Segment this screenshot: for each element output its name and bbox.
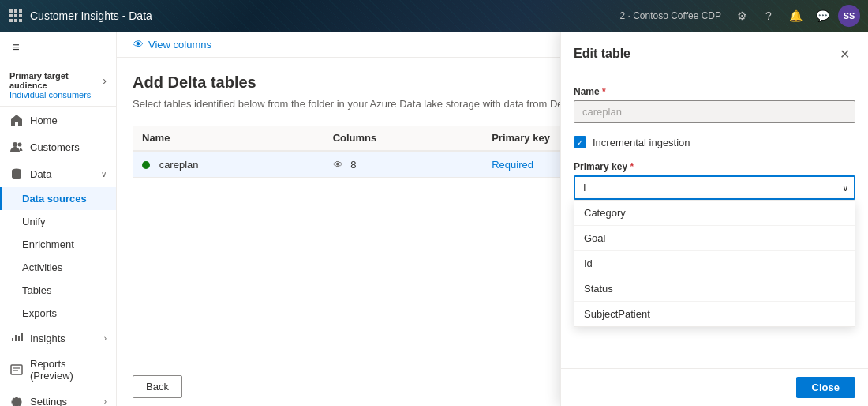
svg-rect-12	[11, 365, 22, 374]
sidebar-item-customers[interactable]: Customers	[0, 133, 116, 160]
data-chevron-icon: ∨	[101, 170, 107, 179]
svg-rect-5	[19, 14, 22, 17]
sidebar: ≡ Primary target audience › Individual c…	[0, 32, 117, 406]
sidebar-enrichment-label: Enrichment	[22, 239, 74, 250]
name-input[interactable]	[574, 100, 855, 123]
primary-key-required-link[interactable]: Required	[492, 159, 533, 171]
svg-rect-1	[14, 9, 17, 13]
svg-point-9	[13, 142, 17, 147]
sidebar-nav: Home Customers Data ∨ Data sources Unify	[0, 107, 116, 406]
panel-close-x-button[interactable]: ✕	[833, 43, 855, 65]
topbar-right: 2 · Contoso Coffee CDP ⚙ ? 🔔 💬 SS	[619, 5, 860, 27]
sidebar-item-unify[interactable]: Unify	[0, 210, 116, 233]
svg-rect-4	[14, 14, 17, 17]
col-header-name: Name	[133, 126, 324, 151]
row-name-cell: careplan	[133, 151, 324, 178]
settings-icon	[9, 394, 24, 406]
settings-icon-btn[interactable]: ⚙	[731, 5, 753, 27]
sidebar-tables-label: Tables	[22, 284, 52, 296]
svg-point-10	[18, 143, 22, 147]
dropdown-menu: Category Goal Id Status SubjectPatient	[574, 200, 855, 327]
dropdown-option-id[interactable]: Id	[574, 251, 855, 276]
dropdown-option-subject-patient[interactable]: SubjectPatient	[574, 302, 855, 326]
dropdown-option-status[interactable]: Status	[574, 276, 855, 302]
sidebar-reports-label: Reports (Preview)	[30, 358, 107, 382]
edit-panel: Edit table ✕ Name * Incremental ingestio…	[560, 32, 868, 406]
row-columns-cell: 👁 8	[324, 151, 483, 178]
sidebar-item-reports[interactable]: Reports (Preview)	[0, 351, 116, 388]
sidebar-activities-label: Activities	[22, 261, 62, 273]
incremental-ingestion-label: Incremental ingestion	[593, 137, 690, 148]
primary-target-sub[interactable]: Individual consumers	[9, 90, 107, 100]
status-indicator	[142, 161, 150, 169]
brand-name: 2 · Contoso Coffee CDP	[619, 10, 721, 21]
insights-chevron-icon: ›	[104, 334, 107, 343]
incremental-ingestion-row: Incremental ingestion	[574, 136, 855, 148]
primary-key-label: Primary key *	[574, 161, 855, 172]
svg-rect-6	[9, 19, 13, 22]
insights-icon	[9, 331, 24, 345]
topbar: Customer Insights - Data 2 · Contoso Cof…	[0, 0, 868, 32]
panel-header: Edit table ✕	[561, 32, 868, 73]
sidebar-data-sources-label: Data sources	[22, 193, 87, 205]
svg-rect-0	[9, 9, 13, 13]
panel-body: Name * Incremental ingestion Primary key…	[561, 73, 868, 368]
sidebar-item-activities[interactable]: Activities	[0, 256, 116, 279]
row-name: careplan	[159, 159, 199, 171]
row-eye-icon[interactable]: 👁	[333, 159, 343, 171]
help-icon-btn[interactable]: ?	[758, 5, 780, 27]
back-button[interactable]: Back	[133, 375, 182, 398]
primary-target-label: Primary target audience	[9, 71, 103, 90]
dropdown-option-category[interactable]: Category	[574, 201, 855, 226]
avatar[interactable]: SS	[838, 5, 860, 27]
reports-icon	[9, 363, 24, 377]
sidebar-item-enrichment[interactable]: Enrichment	[0, 233, 116, 256]
name-label: Name *	[574, 86, 855, 97]
customers-icon	[9, 140, 24, 154]
sidebar-home-label: Home	[30, 115, 107, 126]
svg-rect-8	[19, 19, 22, 22]
primary-target-section: Primary target audience › Individual con…	[0, 63, 116, 107]
sidebar-unify-label: Unify	[22, 216, 46, 227]
primary-target-chevron[interactable]: ›	[103, 74, 107, 87]
panel-footer: Close	[561, 368, 868, 406]
home-icon	[9, 113, 24, 127]
sidebar-item-exports[interactable]: Exports	[0, 302, 116, 325]
sidebar-exports-label: Exports	[22, 307, 57, 319]
svg-rect-3	[9, 14, 13, 17]
dropdown-option-goal[interactable]: Goal	[574, 226, 855, 251]
svg-rect-7	[14, 19, 17, 22]
hamburger-button[interactable]: ≡	[0, 32, 32, 63]
primary-key-field-group: Primary key * ∨ Category Goal Id Status …	[574, 161, 855, 200]
sidebar-item-home[interactable]: Home	[0, 107, 116, 133]
sidebar-item-settings[interactable]: Settings ›	[0, 388, 116, 406]
sidebar-item-insights[interactable]: Insights ›	[0, 325, 116, 351]
col-header-columns: Columns	[324, 126, 483, 151]
name-field-group: Name *	[574, 86, 855, 123]
panel-title: Edit table	[574, 47, 630, 61]
grid-icon[interactable]	[8, 8, 24, 24]
data-icon	[9, 167, 24, 181]
close-button[interactable]: Close	[796, 377, 855, 398]
settings-chevron-icon: ›	[104, 397, 107, 406]
primary-key-required-marker: *	[630, 161, 634, 172]
sidebar-item-data[interactable]: Data ∨	[0, 160, 116, 187]
row-columns-value: 8	[350, 159, 356, 171]
name-required-marker: *	[602, 86, 606, 97]
sidebar-insights-label: Insights	[30, 333, 104, 344]
main-layout: ≡ Primary target audience › Individual c…	[0, 32, 868, 406]
sidebar-settings-label: Settings	[30, 396, 104, 407]
notification-icon-btn[interactable]: 🔔	[784, 5, 806, 27]
primary-key-dropdown[interactable]: ∨ Category Goal Id Status SubjectPatient	[574, 175, 855, 200]
sidebar-item-tables[interactable]: Tables	[0, 279, 116, 302]
app-title: Customer Insights - Data	[30, 9, 619, 22]
svg-rect-2	[19, 9, 22, 13]
sidebar-item-data-sources[interactable]: Data sources	[0, 187, 116, 210]
sidebar-customers-label: Customers	[30, 141, 107, 153]
sidebar-data-label: Data	[30, 168, 101, 180]
view-columns-link[interactable]: View columns	[148, 39, 211, 51]
feedback-icon-btn[interactable]: 💬	[811, 5, 833, 27]
eye-icon: 👁	[133, 38, 144, 51]
primary-key-input[interactable]	[574, 175, 855, 200]
incremental-ingestion-checkbox[interactable]	[574, 136, 586, 148]
